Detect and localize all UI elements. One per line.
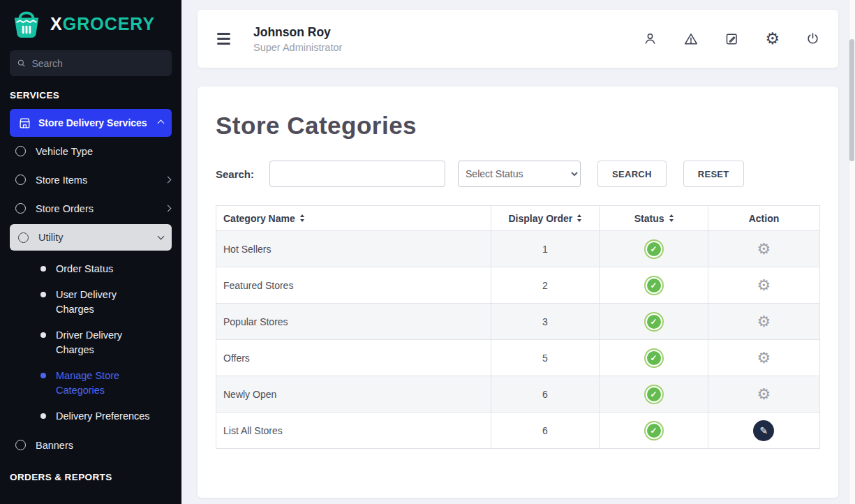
search-button[interactable]: SEARCH [597,161,667,187]
sidebar-item-label: User Delivery Charges [56,288,152,317]
page-scrollbar[interactable] [849,0,855,504]
chevron-right-icon [165,177,172,184]
category-name: Popular Stores [216,304,491,340]
column-display-order[interactable]: Display Order [491,206,600,231]
row-edit-icon[interactable]: ✎ [753,420,774,441]
circle-icon [15,203,26,214]
main-area: Johnson Roy Super Administrator ⚙ [181,0,855,504]
status-active-icon[interactable]: ✓ [644,239,664,259]
status-active-icon[interactable]: ✓ [644,348,664,368]
header-icons: ⚙ [643,31,820,47]
logout-icon[interactable] [805,31,820,46]
sidebar-item-banners[interactable]: Banners [0,431,181,459]
row-settings-icon[interactable]: ⚙ [757,242,771,257]
search-icon [17,58,26,68]
profile-icon[interactable] [643,31,657,46]
user-block: Johnson Roy Super Administrator [253,25,342,53]
chevron-right-icon [165,205,172,212]
sidebar-item-store-orders[interactable]: Store Orders [0,194,181,223]
category-name: Featured Stores [216,267,491,304]
sidebar-item-label: Banners [36,440,73,451]
user-role: Super Administrator [253,42,342,53]
sidebar-search[interactable] [10,50,172,76]
row-settings-icon[interactable]: ⚙ [757,387,771,402]
sidebar-item-label: Delivery Preferences [56,409,150,424]
status-active-icon[interactable]: ✓ [644,385,664,404]
sort-icon[interactable] [577,214,581,222]
display-order: 2 [491,267,600,304]
top-header: Johnson Roy Super Administrator ⚙ [198,10,838,68]
sidebar-item-store-items[interactable]: Store Items [0,165,181,194]
sidebar-item-label: Store Delivery Services [38,117,147,128]
sidebar-item-manage-store-categories[interactable]: Manage Store Categories [0,363,181,403]
services-section-label: SERVICES [10,90,172,101]
sidebar-item-driver-delivery-charges[interactable]: Driver Delivery Charges [0,323,181,363]
row-settings-icon[interactable]: ⚙ [757,278,771,293]
sidebar-item-utility[interactable]: Utility [10,224,172,251]
circle-icon [18,232,29,243]
column-status[interactable]: Status [600,206,708,231]
circle-icon [15,146,26,156]
sidebar: XGROCERY SERVICES Store Delivery Service… [0,0,181,504]
menu-toggle-icon[interactable] [216,30,232,47]
category-name: Hot Sellers [216,231,491,267]
circle-icon [15,440,26,450]
circle-icon [15,175,26,185]
table-row: Featured Stores 2 ✓ ⚙ [216,267,820,304]
table-row: Offers 5 ✓ ⚙ [216,340,820,376]
scrollbar-thumb[interactable] [849,39,854,161]
status-select[interactable]: Select Status [458,161,581,187]
search-label: Search: [216,168,254,180]
sidebar-item-label: Store Orders [36,203,94,214]
display-order: 3 [491,304,600,340]
sidebar-search-input[interactable] [31,58,165,69]
sidebar-item-vehicle-type[interactable]: Vehicle Type [0,137,181,165]
bullet-icon [40,332,46,338]
bullet-icon [40,292,46,297]
display-order: 1 [491,231,600,267]
basket-icon [10,8,43,39]
row-settings-icon[interactable]: ⚙ [757,350,771,366]
sidebar-item-label: Utility [38,232,63,243]
sidebar-item-store-delivery-services[interactable]: Store Delivery Services [10,109,172,137]
brand-logo[interactable]: XGROCERY [0,0,181,45]
sidebar-item-label: Driver Delivery Charges [56,328,152,357]
page-title: Store Categories [216,112,820,140]
reset-button[interactable]: RESET [683,161,744,187]
display-order: 6 [491,376,600,413]
sidebar-item-label: Store Items [36,175,87,186]
chevron-up-icon [158,119,165,126]
bullet-icon [40,413,46,419]
settings-icon[interactable]: ⚙ [765,31,780,47]
edit-log-icon[interactable] [724,31,739,46]
sidebar-item-user-delivery-charges[interactable]: User Delivery Charges [0,282,181,323]
row-settings-icon[interactable]: ⚙ [757,314,771,329]
user-name: Johnson Roy [253,25,342,40]
sidebar-item-label: Manage Store Categories [56,369,152,398]
alerts-icon[interactable] [683,31,699,47]
brand-rest: GROCERY [63,14,155,34]
column-category-name[interactable]: Category Name [216,206,491,231]
table-row: Popular Stores 3 ✓ ⚙ [216,304,820,340]
table-row: Hot Sellers 1 ✓ ⚙ [216,231,820,267]
brand-name: XGROCERY [50,14,155,34]
table-row: List All Stores 6 ✓ ✎ [216,413,820,449]
categories-table: Category Name Display Order Status Actio… [216,205,820,449]
category-search-input[interactable] [269,161,445,187]
category-name: List All Stores [216,413,491,449]
sidebar-item-label: Vehicle Type [36,146,93,157]
orders-reports-section-label: ORDERS & REPORTS [10,472,172,482]
table-header-row: Category Name Display Order Status Actio… [216,206,820,231]
display-order: 5 [491,340,600,376]
status-active-icon[interactable]: ✓ [644,276,664,295]
utility-submenu: Order Status User Delivery Charges Drive… [0,252,181,431]
sidebar-item-order-status[interactable]: Order Status [0,256,181,282]
status-active-icon[interactable]: ✓ [644,421,664,440]
sort-icon[interactable] [669,214,674,222]
status-active-icon[interactable]: ✓ [644,312,664,332]
sidebar-item-delivery-preferences[interactable]: Delivery Preferences [0,403,181,429]
bullet-icon [40,266,46,272]
store-icon [18,117,31,130]
column-action: Action [708,206,819,231]
sort-icon[interactable] [300,214,304,222]
